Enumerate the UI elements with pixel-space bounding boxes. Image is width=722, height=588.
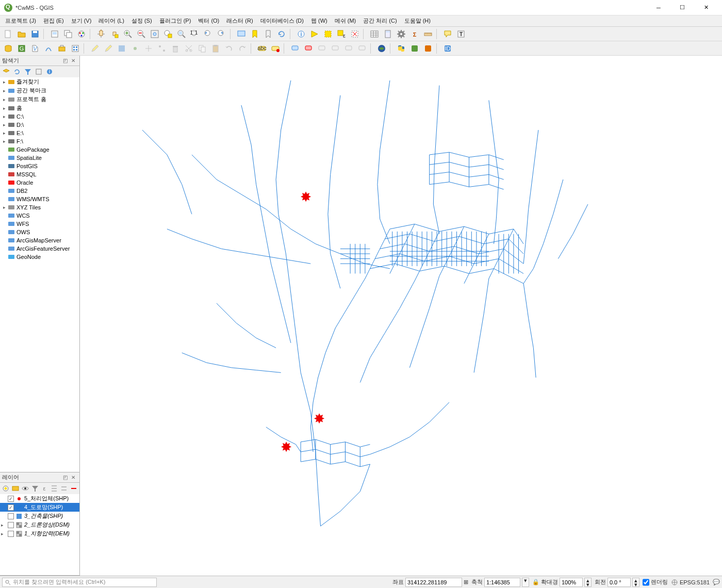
deselect-button[interactable] (349, 28, 361, 40)
magnifier-input[interactable] (560, 578, 583, 587)
diagram-button[interactable] (269, 42, 282, 55)
map-tips-button[interactable] (441, 28, 454, 40)
browser-item[interactable]: PostGIS (0, 162, 79, 170)
coord-input[interactable] (405, 578, 462, 587)
menu-raster[interactable]: 래스터 (R) (223, 16, 256, 26)
map-canvas[interactable]: ✸ ✸ ✸ (80, 56, 722, 576)
zoom-native-button[interactable]: 1:1 (189, 28, 201, 40)
new-map-view-button[interactable] (235, 28, 248, 40)
filter-browser-icon[interactable] (23, 67, 33, 77)
zoom-full-button[interactable] (149, 28, 161, 40)
move-feature-button[interactable] (142, 42, 155, 55)
layers-close-button[interactable]: ✕ (69, 473, 77, 482)
new-memory-layer-button[interactable] (69, 42, 81, 55)
menu-database[interactable]: 데이터베이스 (D) (257, 16, 307, 26)
close-button[interactable]: ✕ (694, 1, 718, 15)
toggle-editing-button[interactable] (102, 42, 114, 55)
add-layer-icon[interactable] (1, 67, 11, 77)
rotate-label-button[interactable] (342, 42, 355, 55)
new-layout-button[interactable] (48, 28, 61, 40)
statistics-button[interactable]: Σ (408, 28, 421, 40)
browser-item[interactable]: OWS (0, 228, 79, 236)
show-bookmarks-button[interactable] (262, 28, 274, 40)
browser-item[interactable]: ▸홈 (0, 104, 79, 112)
menu-view[interactable]: 보기 (V) (68, 16, 95, 26)
current-edits-button[interactable] (89, 42, 101, 55)
plugin2-button[interactable] (422, 42, 434, 55)
filter-by-expression-icon[interactable]: ε (40, 483, 50, 494)
minimize-button[interactable]: ─ (647, 1, 670, 15)
text-annotation-button[interactable]: T (455, 28, 467, 40)
browser-item[interactable]: ▸E:\ (0, 129, 79, 137)
browser-item[interactable]: GeoNode (0, 253, 79, 261)
copy-button[interactable] (196, 42, 208, 55)
browser-item[interactable]: ▸C:\ (0, 112, 79, 121)
crs-button[interactable]: EPSG:5181 (671, 579, 710, 586)
expand-all-icon[interactable] (50, 483, 59, 494)
locator-search-input[interactable]: 위치를 찾으려면 입력하세요 (Ctrl+K) (2, 578, 157, 587)
cut-button[interactable] (183, 42, 195, 55)
filter-legend-icon[interactable] (30, 483, 40, 494)
layer-item[interactable]: ▸2_드론영상(DSM) (0, 520, 79, 529)
properties-widget-icon[interactable]: i (44, 67, 55, 77)
menu-mesh[interactable]: 메쉬 (M) (332, 16, 359, 26)
new-virtual-layer-button[interactable] (56, 42, 68, 55)
refresh-button[interactable] (275, 28, 288, 40)
menu-edit[interactable]: 편집 (E) (40, 16, 67, 26)
save-project-button[interactable] (29, 28, 41, 40)
zoom-to-layer-button[interactable] (175, 28, 188, 40)
highlight-pinned-button[interactable] (289, 42, 301, 55)
redo-button[interactable] (236, 42, 249, 55)
new-geopackage-button[interactable]: G (15, 42, 28, 55)
layers-tree[interactable]: ✓5_처리업체(SHP)✓4_도로망(SHP)3_건축물(SHP)▸2_드론영상… (0, 494, 79, 575)
pan-to-selection-button[interactable] (108, 28, 121, 40)
plugin1-button[interactable] (408, 42, 421, 55)
browser-item[interactable]: ▸프로젝트 홈 (0, 95, 79, 104)
layer-item[interactable]: ▸1_지형압력(DEM) (0, 529, 79, 538)
data-source-manager-button[interactable] (2, 42, 14, 55)
layers-float-button[interactable]: ◰ (61, 473, 69, 482)
refresh-browser-icon[interactable] (12, 67, 22, 77)
paste-button[interactable] (209, 42, 222, 55)
rotation-input[interactable] (608, 578, 631, 587)
show-hide-labels-button[interactable] (316, 42, 328, 55)
browser-tree[interactable]: ▸즐겨찾기▸공간 북마크▸프로젝트 홈▸홈▸C:\▸D:\▸E:\▸F:\Geo… (0, 77, 79, 472)
browser-item[interactable]: ▸F:\ (0, 137, 79, 145)
browser-item[interactable]: ArcGisFeatureServer (0, 244, 79, 253)
menu-help[interactable]: 도움말 (H) (401, 16, 434, 26)
open-attribute-table-button[interactable] (368, 28, 381, 40)
browser-item[interactable]: MSSQL (0, 170, 79, 178)
browser-float-button[interactable]: ◰ (61, 57, 69, 65)
browser-item[interactable]: ▸공간 북마크 (0, 86, 79, 95)
lock-icon[interactable]: 🔒 (532, 579, 539, 585)
measure-button[interactable] (422, 28, 434, 40)
field-calculator-button[interactable] (382, 28, 394, 40)
browser-close-button[interactable]: ✕ (69, 57, 77, 65)
zoom-to-selection-button[interactable] (162, 28, 174, 40)
remove-layer-icon[interactable] (69, 483, 78, 494)
menu-web[interactable]: 웹 (W) (308, 16, 331, 26)
browser-item[interactable]: ▸즐겨찾기 (0, 77, 79, 86)
layer-item[interactable]: ✓4_도로망(SHP) (0, 503, 79, 512)
maximize-button[interactable]: ☐ (670, 1, 694, 15)
layer-style-icon[interactable] (1, 483, 10, 494)
identify-button[interactable]: i (295, 28, 307, 40)
new-shapefile-button[interactable]: V (29, 42, 41, 55)
plugin-qneat-button[interactable] (375, 42, 388, 55)
action-button[interactable] (308, 28, 321, 40)
browser-item[interactable]: WMS/WMTS (0, 195, 79, 203)
change-label-button[interactable] (356, 42, 368, 55)
zoom-out-button[interactable] (135, 28, 147, 40)
python-console-button[interactable] (395, 42, 407, 55)
open-project-button[interactable] (15, 28, 28, 40)
move-label-button[interactable] (329, 42, 341, 55)
browser-item[interactable]: Oracle (0, 178, 79, 187)
pin-labels-button[interactable] (302, 42, 315, 55)
browser-item[interactable]: SpatiaLite (0, 154, 79, 162)
browser-item[interactable]: ArcGisMapServer (0, 236, 79, 244)
zoom-last-button[interactable] (202, 28, 215, 40)
render-checkbox[interactable] (643, 578, 649, 587)
browser-item[interactable]: WCS (0, 211, 79, 220)
vertex-tool-button[interactable] (156, 42, 168, 55)
style-manager-button[interactable] (75, 28, 88, 40)
